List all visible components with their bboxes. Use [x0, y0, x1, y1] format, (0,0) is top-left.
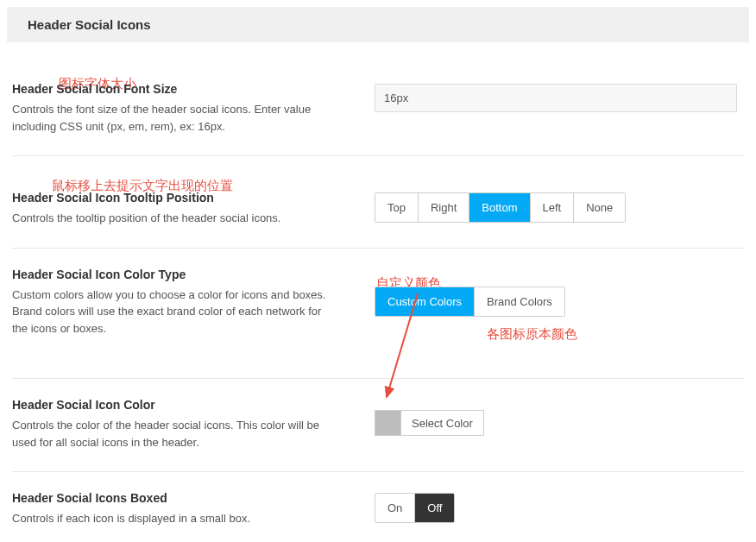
- setting-desc-color-type: Custom colors allow you to choose a colo…: [12, 287, 340, 337]
- setting-row-color-type: Header Social Icon Color Type Custom col…: [12, 249, 744, 380]
- setting-title-font-size: Header Social Icon Font Size: [12, 82, 340, 96]
- color-type-custom[interactable]: Custom Colors: [375, 287, 475, 316]
- color-type-button-group: Custom Colors Brand Colors: [375, 287, 565, 317]
- tooltip-opt-bottom[interactable]: Bottom: [469, 193, 530, 222]
- setting-desc-font-size: Controls the font size of the header soc…: [12, 101, 340, 135]
- color-swatch[interactable]: [375, 411, 401, 435]
- section-header: Header Social Icons: [7, 7, 749, 42]
- setting-title-tooltip: Header Social Icon Tooltip Position: [12, 191, 340, 205]
- color-type-brand[interactable]: Brand Colors: [475, 287, 564, 316]
- setting-title-color-type: Header Social Icon Color Type: [12, 268, 340, 281]
- setting-row-font-size: Header Social Icon Font Size Controls th…: [12, 42, 744, 156]
- tooltip-button-group: Top Right Bottom Left None: [375, 192, 626, 223]
- font-size-input[interactable]: [375, 84, 737, 112]
- boxed-button-group: On Off: [375, 493, 455, 523]
- setting-row-tooltip: Header Social Icon Tooltip Position Cont…: [12, 156, 744, 249]
- tooltip-opt-left[interactable]: Left: [531, 193, 575, 222]
- setting-title-icon-color: Header Social Icon Color: [12, 398, 340, 412]
- setting-desc-boxed: Controls if each icon is displayed in a …: [12, 510, 340, 527]
- boxed-opt-off[interactable]: Off: [415, 494, 454, 522]
- setting-row-icon-color: Header Social Icon Color Controls the co…: [12, 379, 744, 472]
- boxed-opt-on[interactable]: On: [375, 494, 415, 522]
- setting-desc-icon-color: Controls the color of the header social …: [12, 417, 340, 451]
- setting-row-boxed: Header Social Icons Boxed Controls if ea…: [12, 472, 744, 542]
- color-picker[interactable]: Select Color: [375, 410, 484, 436]
- tooltip-opt-right[interactable]: Right: [419, 193, 469, 222]
- setting-desc-tooltip: Controls the tooltip position of the hea…: [12, 210, 340, 227]
- setting-title-boxed: Header Social Icons Boxed: [12, 491, 340, 505]
- section-title: Header Social Icons: [28, 17, 728, 32]
- tooltip-opt-none[interactable]: None: [574, 193, 625, 222]
- tooltip-opt-top[interactable]: Top: [375, 193, 419, 222]
- color-select-label: Select Color: [401, 417, 483, 430]
